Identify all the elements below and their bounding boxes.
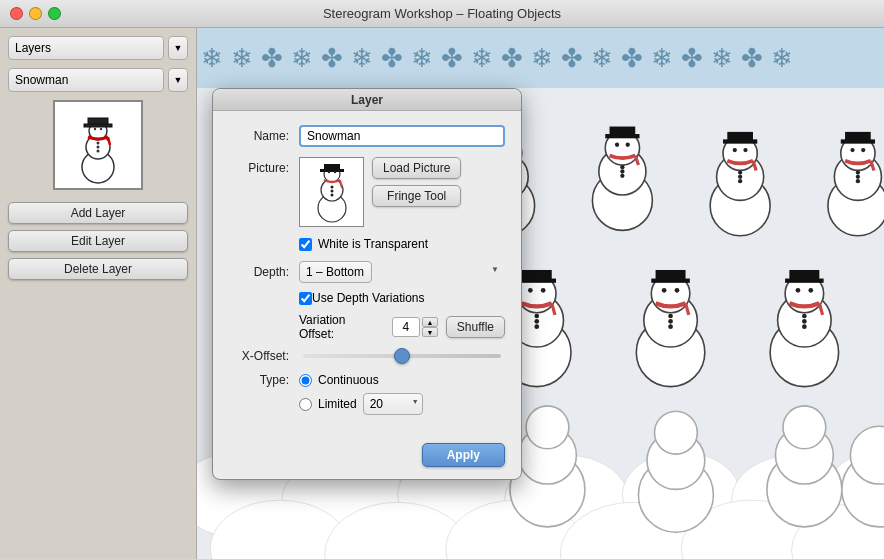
use-depth-variations-checkbox[interactable] [299, 292, 312, 305]
snowflake-icon-3: ✤ [261, 43, 283, 74]
snowflake-icon-9: ✤ [441, 43, 463, 74]
svg-point-59 [850, 148, 854, 152]
layers-arrow[interactable]: ▼ [168, 36, 188, 60]
svg-point-61 [856, 170, 860, 174]
svg-point-42 [620, 169, 624, 173]
svg-point-62 [856, 175, 860, 179]
svg-point-49 [733, 148, 737, 152]
svg-point-5 [94, 128, 96, 130]
snowflake-icon-1: ❄ [201, 43, 223, 74]
snowflake-icon-5: ✤ [321, 43, 343, 74]
continuous-radio[interactable] [299, 374, 312, 387]
type-row: Type: Continuous Limited 20 [229, 373, 505, 415]
svg-point-114 [330, 189, 333, 192]
minimize-button[interactable] [29, 7, 42, 20]
snowflake-icon-10: ❄ [471, 43, 493, 74]
svg-point-41 [620, 165, 624, 169]
snowflake-row: ❄ ❄ ✤ ❄ ✤ ❄ ✤ ❄ ✤ ❄ ✤ ❄ ✤ ❄ ✤ ❄ ✤ ❄ ✤ ❄ [197, 28, 884, 88]
svg-point-51 [738, 170, 742, 174]
white-transparent-row: White is Transparent [229, 237, 505, 251]
layer-preview [53, 100, 143, 190]
svg-point-52 [738, 175, 742, 179]
snowflake-icon-11: ✤ [501, 43, 523, 74]
layer-dialog: Layer Name: Picture: [212, 88, 522, 480]
apply-button[interactable]: Apply [422, 443, 505, 467]
offset-row: Variation Offset: ▲ ▼ Shuffle [229, 313, 505, 341]
limited-select[interactable]: 20 [363, 393, 423, 415]
add-layer-button[interactable]: Add Layer [8, 202, 188, 224]
main-layout: Layers ▼ Snowman ▼ [0, 28, 884, 559]
load-picture-button[interactable]: Load Picture [372, 157, 461, 179]
white-transparent-checkbox[interactable] [299, 238, 312, 251]
snowflake-icon-12: ❄ [531, 43, 553, 74]
svg-point-99 [655, 411, 698, 454]
layers-select[interactable]: Layers [8, 36, 164, 60]
snowman-select[interactable]: Snowman [8, 68, 164, 92]
snowman-arrow[interactable]: ▼ [168, 68, 188, 92]
depth-label: Depth: [229, 265, 289, 279]
window-title: Stereogram Workshop – Floating Objects [323, 6, 561, 21]
limited-radio[interactable] [299, 398, 312, 411]
snowflake-icon-8: ❄ [411, 43, 433, 74]
name-input[interactable] [299, 125, 505, 147]
snowflake-icon-4: ❄ [291, 43, 313, 74]
stepper-up-button[interactable]: ▲ [422, 317, 438, 327]
svg-point-63 [856, 179, 860, 183]
type-options: Continuous Limited 20 [299, 373, 423, 415]
svg-point-39 [615, 143, 619, 147]
svg-rect-4 [84, 124, 112, 127]
limited-select-wrap: 20 [363, 393, 423, 415]
name-label: Name: [229, 129, 289, 143]
xoffset-label: X-Offset: [229, 349, 289, 363]
continuous-option: Continuous [299, 373, 423, 387]
type-label: Type: [229, 373, 289, 387]
snowflake-icon-7: ✤ [381, 43, 403, 74]
svg-point-91 [802, 314, 807, 319]
window-controls [10, 7, 61, 20]
sidebar: Layers ▼ Snowman ▼ [0, 28, 197, 559]
svg-point-93 [802, 324, 807, 329]
snowflake-icon-19: ✤ [741, 43, 763, 74]
variation-offset-label: Variation Offset: [299, 313, 384, 341]
variation-offset-input[interactable] [392, 317, 420, 337]
svg-rect-110 [320, 169, 344, 172]
depth-select[interactable]: 1 – Bottom [299, 261, 372, 283]
edit-layer-button[interactable]: Edit Layer [8, 230, 188, 252]
svg-point-71 [534, 314, 539, 319]
svg-point-53 [738, 179, 742, 183]
snowflake-icon-13: ✤ [561, 43, 583, 74]
maximize-button[interactable] [48, 7, 61, 20]
picture-thumbnail [299, 157, 364, 227]
xoffset-slider[interactable] [303, 354, 501, 358]
depth-row: Depth: 1 – Bottom [229, 261, 505, 283]
svg-point-96 [526, 406, 569, 449]
thumbnail-svg [302, 160, 362, 225]
dialog-body: Name: Picture: [213, 111, 521, 437]
svg-rect-38 [605, 134, 639, 138]
stepper-buttons: ▲ ▼ [422, 317, 438, 337]
shuffle-button[interactable]: Shuffle [446, 316, 505, 338]
svg-point-90 [808, 288, 813, 293]
name-row: Name: [229, 125, 505, 147]
close-button[interactable] [10, 7, 23, 20]
svg-point-9 [97, 150, 100, 153]
limited-option: Limited 20 [299, 393, 423, 415]
use-depth-variations-label: Use Depth Variations [312, 291, 425, 305]
svg-point-8 [97, 146, 100, 149]
continuous-label: Continuous [318, 373, 379, 387]
snowflake-icon-16: ❄ [651, 43, 673, 74]
svg-point-43 [620, 174, 624, 178]
stepper-down-button[interactable]: ▼ [422, 327, 438, 337]
svg-point-113 [330, 185, 333, 188]
svg-point-60 [861, 148, 865, 152]
fringe-tool-button[interactable]: Fringe Tool [372, 185, 461, 207]
snowflake-icon-20: ❄ [771, 43, 793, 74]
snowflake-icon-18: ❄ [711, 43, 733, 74]
delete-layer-button[interactable]: Delete Layer [8, 258, 188, 280]
svg-point-80 [675, 288, 680, 293]
svg-point-112 [333, 170, 335, 172]
white-transparent-label: White is Transparent [318, 237, 428, 251]
picture-label: Picture: [229, 157, 289, 175]
snowflake-icon-6: ❄ [351, 43, 373, 74]
snowman-select-row: Snowman ▼ [8, 68, 188, 92]
